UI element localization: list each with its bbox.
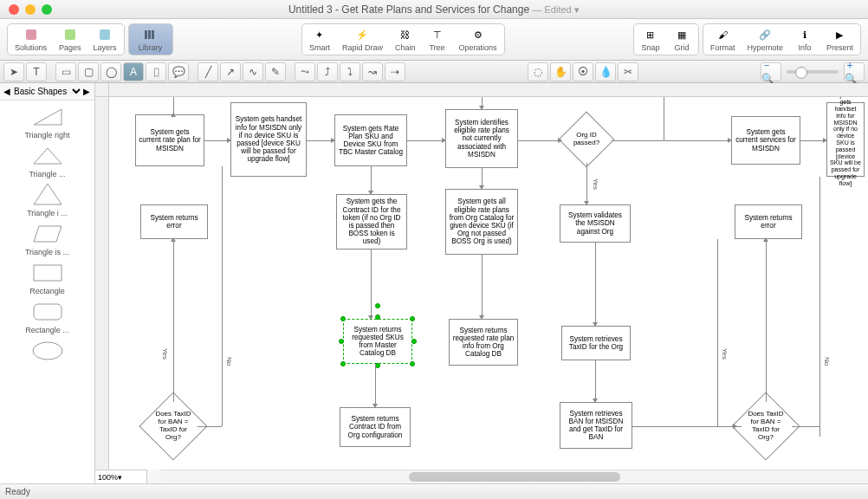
chain-button[interactable]: ⛓Chain	[390, 26, 421, 53]
h-scrollbar[interactable]	[161, 470, 868, 483]
node-org-catalog[interactable]: System gets all eligible rate plans from…	[445, 189, 518, 255]
arrowhead-icon	[368, 191, 373, 195]
node-current-services[interactable]: System gets current services for MSISDN	[731, 116, 800, 165]
edge	[819, 177, 820, 437]
pointer-tool[interactable]: ➤	[3, 62, 24, 81]
shape-triangle-3[interactable]: Triangle i ...	[0, 180, 94, 219]
layers-button[interactable]: Layers	[88, 26, 122, 53]
hypernote-button[interactable]: 🔗Hypernote	[742, 26, 788, 53]
callout-tool[interactable]: 💬	[168, 62, 189, 81]
layers-icon	[97, 27, 113, 42]
node-eligible[interactable]: System identifies eligible rate plans no…	[445, 109, 518, 168]
node-error-1[interactable]: System returns error	[140, 204, 208, 239]
crop-tool[interactable]: ✂	[618, 62, 638, 81]
dropper-tool[interactable]: ⦿	[573, 62, 593, 81]
sel-handle[interactable]	[410, 316, 415, 321]
info-button[interactable]: ℹInfo	[790, 26, 819, 53]
left-group: Solutions Pages Layers	[7, 23, 125, 55]
snap-button[interactable]: ⊞Snap	[636, 26, 665, 53]
library-button[interactable]: Library	[131, 26, 171, 53]
svg-marker-8	[34, 184, 62, 204]
arrowhead-icon	[479, 106, 484, 110]
present-button[interactable]: ▶Present	[821, 26, 858, 53]
node-master-catalog[interactable]: System gets Rate Plan SKU and Device SKU…	[334, 114, 407, 166]
roundrect-tool[interactable]: ▢	[78, 62, 99, 81]
sel-handle[interactable]	[410, 361, 415, 366]
mid-group: ✦Smart ⚡Rapid Draw ⛓Chain ⊤Tree ⚙Operati…	[301, 23, 505, 55]
connector4-tool[interactable]: ↝	[362, 62, 383, 81]
node-handset-2[interactable]: System gets handset info for MSISDN only…	[826, 102, 865, 177]
rapid-draw-button[interactable]: ⚡Rapid Draw	[337, 26, 388, 53]
hand-tool[interactable]: ✋	[550, 62, 571, 81]
ruler-vertical[interactable]	[95, 97, 109, 470]
node-error-2[interactable]: System returns error	[735, 204, 802, 239]
arrowhead-icon	[171, 237, 176, 242]
zoom-in-button[interactable]: ＋🔍	[844, 62, 865, 81]
sel-handle[interactable]	[375, 314, 380, 320]
main-area: ◀ Basic Shapes ▶ Triangle right Triangle…	[0, 83, 868, 483]
sel-handle[interactable]	[339, 339, 344, 344]
node-return-contractid[interactable]: System returns Contract ID from Org conf…	[340, 407, 411, 447]
lasso-tool[interactable]: ◌	[528, 62, 548, 81]
shape-rectangle[interactable]: Rectangle	[0, 258, 94, 297]
eyedropper-tool[interactable]: 💧	[595, 62, 616, 81]
canvas[interactable]: System gets current rate plan for MSISDN…	[109, 97, 868, 470]
ruler-horizontal[interactable]	[109, 83, 868, 97]
shape-triangle-2[interactable]: Triangle ...	[0, 141, 94, 180]
textblock-tool[interactable]: A	[123, 62, 144, 81]
grid-button[interactable]: ▦Grid	[667, 26, 696, 53]
node-validate[interactable]: System validates the MSISDN against Org	[560, 204, 631, 243]
edge	[407, 140, 445, 141]
zoom-out-button[interactable]: －🔍	[761, 62, 781, 81]
library-category[interactable]: ◀ Basic Shapes ▶	[0, 83, 94, 100]
edge-label-no: No	[823, 357, 831, 366]
connector1-tool[interactable]: ⤳	[295, 62, 315, 81]
shape-category-select[interactable]: Basic Shapes	[10, 86, 83, 97]
node-retrieve-taxid[interactable]: System retrieves TaxID for the Org	[561, 326, 631, 360]
zoom-display[interactable]: 100% ▾	[95, 470, 147, 483]
node-return-rateplan[interactable]: System returns requested rate plan info …	[449, 319, 518, 366]
curve-tool[interactable]: ∿	[243, 62, 263, 81]
line-tool[interactable]: ╱	[198, 62, 218, 81]
ruler-corner	[95, 83, 109, 97]
connector3-tool[interactable]: ⤵	[340, 62, 360, 81]
node-orgid-decision[interactable]: Org ID passed?	[558, 111, 614, 167]
operations-button[interactable]: ⚙Operations	[454, 26, 502, 53]
connector2-tool[interactable]: ⤴	[317, 62, 338, 81]
format-button[interactable]: 🖌Format	[705, 26, 741, 53]
ellipse-tool[interactable]: ◯	[100, 62, 121, 81]
sel-handle[interactable]	[375, 303, 380, 308]
node-rate-plan[interactable]: System gets current rate plan for MSISDN	[135, 114, 204, 166]
node-retrieve-ban[interactable]: System retrieves BAN for MSISDN and get …	[560, 402, 632, 449]
solutions-button[interactable]: Solutions	[10, 26, 52, 53]
close-icon[interactable]	[9, 4, 19, 15]
smart-button[interactable]: ✦Smart	[304, 26, 335, 53]
node-contract-id[interactable]: System gets the Contract ID for the toke…	[336, 194, 407, 250]
rect-tool[interactable]: ▭	[55, 62, 76, 81]
pages-button[interactable]: Pages	[54, 26, 87, 53]
zoom-slider[interactable]	[787, 70, 839, 74]
arrow-tool[interactable]: ↗	[220, 62, 241, 81]
edge	[198, 426, 222, 427]
node-handset-1[interactable]: System gets handset info for MSISDN only…	[230, 102, 307, 177]
pencil-tool[interactable]: ✎	[265, 62, 286, 81]
shape-rectangle-2[interactable]: Rectangle ...	[0, 297, 94, 336]
shape-ellipse[interactable]	[0, 336, 94, 366]
textbox-tool[interactable]: ⌷	[146, 62, 166, 81]
sel-handle[interactable]	[340, 316, 346, 321]
rapid-draw-icon: ⚡	[354, 27, 370, 42]
shape-triangle-4[interactable]: Triangle is ...	[0, 219, 94, 258]
node-taxid-decision-2[interactable]: Does TaxID for BAN = TaxID for Org?	[731, 392, 800, 460]
connector5-tool[interactable]: ⇢	[385, 62, 405, 81]
svg-rect-10	[34, 265, 62, 281]
maximize-icon[interactable]	[42, 4, 52, 15]
text-tool[interactable]: T	[26, 62, 47, 81]
sel-handle[interactable]	[340, 361, 346, 366]
arrowhead-icon	[442, 138, 446, 143]
node-return-skus[interactable]: System returns requested SKUs from Maste…	[343, 319, 412, 364]
shape-triangle-right[interactable]: Triangle right	[0, 102, 94, 141]
minimize-icon[interactable]	[25, 4, 36, 15]
tool-toolbar: ➤ T ▭ ▢ ◯ A ⌷ 💬 ╱ ↗ ∿ ✎ ⤳ ⤴ ⤵ ↝ ⇢ ◌ ✋ ⦿ …	[0, 61, 868, 83]
tree-button[interactable]: ⊤Tree	[423, 26, 452, 53]
sel-handle[interactable]	[411, 339, 417, 344]
